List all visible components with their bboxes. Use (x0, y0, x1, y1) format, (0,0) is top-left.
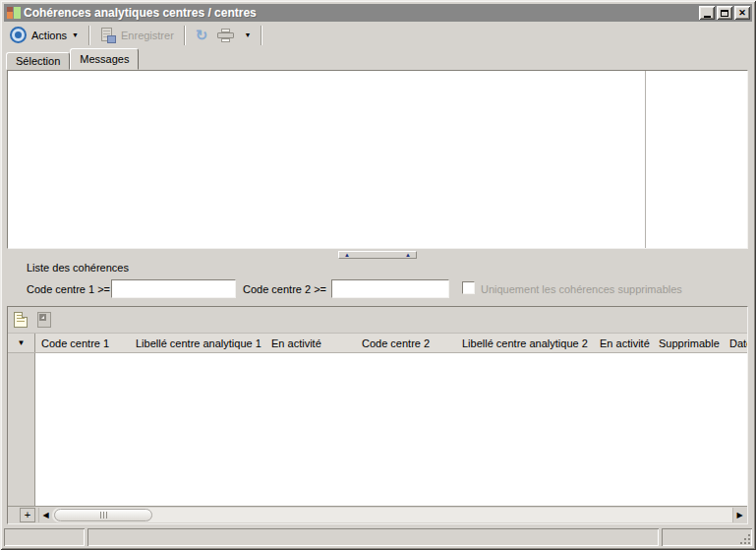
close-icon: ✕ (738, 9, 746, 18)
status-pane-2 (87, 528, 659, 546)
save-icon (100, 28, 116, 43)
tabstrip: Sélection Messages (6, 48, 139, 70)
grid-body (8, 353, 747, 506)
tab-messages[interactable]: Messages (70, 48, 139, 70)
supprimables-checkbox-label: Uniquement les cohérences supprimables (481, 283, 682, 295)
toolbar-separator (88, 26, 90, 45)
code-centre-2-label: Code centre 2 >= (243, 283, 326, 295)
minimize-button[interactable] (699, 6, 715, 20)
grid-toolbar (8, 307, 747, 334)
code-centre-1-input[interactable] (111, 279, 236, 298)
app-icon (7, 7, 21, 19)
new-document-icon (14, 312, 28, 328)
column-header[interactable]: Libellé centre analytique 1 (130, 337, 265, 349)
tab-selection[interactable]: Sélection (6, 52, 70, 70)
supprimables-checkbox[interactable] (462, 281, 475, 294)
export-button[interactable] (35, 310, 53, 330)
row-selector-column (8, 353, 35, 506)
messages-content (8, 71, 645, 248)
grid-header-row: ▼ Code centre 1 Libellé centre analytiqu… (8, 334, 747, 353)
column-header[interactable]: Code centre 1 (35, 337, 130, 349)
app-window: Cohérences analytiques centres / centres… (0, 0, 756, 550)
column-header[interactable]: En activité (265, 337, 356, 349)
main-toolbar: Actions ▼ Enregistrer ↻ ▼ (4, 23, 752, 47)
chevron-down-icon: ▼ (244, 31, 251, 38)
printer-icon (217, 29, 234, 42)
splitter-handle[interactable]: ▲ ▲ (338, 251, 417, 259)
horizontal-scrollbar-thumb[interactable] (54, 509, 152, 521)
add-row-button[interactable]: + (20, 508, 35, 522)
coherences-grid-panel: ▼ Code centre 1 Libellé centre analytiqu… (7, 306, 748, 524)
column-header[interactable]: Date (724, 337, 747, 349)
window-title: Cohérences analytiques centres / centres (24, 6, 699, 20)
titlebar[interactable]: Cohérences analytiques centres / centres… (4, 4, 752, 22)
code-centre-2-input[interactable] (331, 279, 449, 298)
code-centre-1-label: Code centre 1 >= (27, 283, 110, 295)
toolbar-separator (261, 26, 262, 45)
tab-selection-label: Sélection (16, 55, 60, 67)
chevron-down-icon: ▼ (72, 31, 79, 38)
grid-scroll-row: + ◀ ▶ (8, 506, 747, 523)
column-header[interactable]: Code centre 2 (356, 337, 456, 349)
status-bar (4, 528, 752, 546)
section-title: Liste des cohérences (27, 262, 129, 274)
save-label: Enregistrer (121, 30, 174, 41)
close-button[interactable]: ✕ (734, 6, 750, 20)
column-header[interactable]: En activité (594, 337, 653, 349)
scroll-right-button[interactable]: ▶ (732, 508, 746, 522)
new-row-button[interactable] (12, 310, 29, 330)
row-selector-dropdown[interactable]: ▼ (8, 334, 35, 352)
chevron-down-icon: ▼ (18, 339, 26, 347)
scroll-left-button[interactable]: ◀ (38, 508, 52, 522)
maximize-button[interactable] (717, 6, 732, 20)
horizontal-scrollbar-track[interactable] (52, 508, 732, 522)
actions-button[interactable]: Actions ▼ (27, 28, 84, 43)
status-pane-3 (662, 528, 752, 546)
horizontal-splitter: ▲ ▲ (7, 250, 748, 259)
save-button[interactable]: Enregistrer (95, 26, 179, 45)
resize-grip[interactable] (739, 533, 751, 545)
minimize-icon (704, 16, 711, 18)
print-button[interactable] (212, 27, 239, 44)
column-header[interactable]: Libellé centre analytique 2 (456, 337, 594, 349)
tab-messages-label: Messages (80, 53, 129, 65)
target-icon (10, 27, 27, 43)
collapse-up-icon: ▲ (405, 252, 411, 258)
maximize-icon (721, 10, 728, 17)
column-header[interactable]: Supprimable (653, 337, 724, 349)
filter-bar: Liste des cohérences Code centre 1 >= Co… (7, 259, 748, 304)
print-options-button[interactable]: ▼ (239, 30, 256, 40)
actions-label: Actions (31, 30, 67, 41)
messages-panel (7, 70, 748, 249)
refresh-icon: ↻ (196, 28, 208, 43)
refresh-button[interactable]: ↻ (191, 26, 213, 45)
status-pane-1 (4, 528, 85, 546)
messages-side-pane (645, 71, 747, 248)
collapse-up-icon: ▲ (344, 252, 350, 258)
toolbar-separator (184, 26, 186, 45)
export-icon (37, 312, 51, 328)
